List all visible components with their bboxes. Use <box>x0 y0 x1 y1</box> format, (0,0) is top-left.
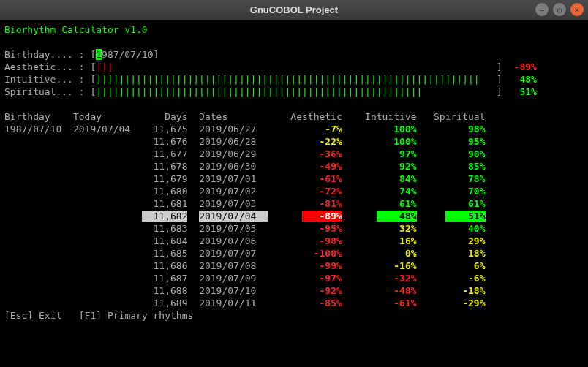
cell-days: 11,680 <box>142 186 188 197</box>
table-row: 11,678 2019/06/30 -49% 92% 85% <box>4 160 584 173</box>
table-row: 11,684 2019/07/06 -98% 16% 29% <box>4 235 584 247</box>
birthday-input-line[interactable]: Birthday.... : [1987/07/10] <box>4 48 584 61</box>
cell-spiritual: 70% <box>445 186 486 197</box>
cell-intuitive: 100% <box>377 124 417 135</box>
table-row: 11,686 2019/07/08 -99% -16% 6% <box>4 260 584 272</box>
table-row: 11,679 2019/07/01 -61% 84% 78% <box>4 173 584 185</box>
cell-aesthetic: -98% <box>302 235 342 246</box>
maximize-icon[interactable]: ○ <box>553 3 566 16</box>
cell-intuitive: 48% <box>377 211 417 222</box>
footer-hints: [Esc] Exit [F1] Primary rhythms <box>4 309 584 322</box>
cell-intuitive: -61% <box>377 298 417 309</box>
cell-date: 2019/06/30 <box>199 161 268 172</box>
cell-days: 11,688 <box>142 285 188 296</box>
cell-spiritual: 78% <box>445 173 486 184</box>
cell-days: 11,675 <box>142 124 188 135</box>
cell-intuitive: 97% <box>377 148 417 159</box>
cell-aesthetic: -85% <box>302 298 342 309</box>
app-title: Biorhythm Calculator v1.0 <box>4 23 584 36</box>
table-row: 11,688 2019/07/10 -92% -48% -18% <box>4 284 584 297</box>
cell-intuitive: -16% <box>377 260 417 271</box>
cell-intuitive: 61% <box>377 198 417 209</box>
cell-date: 2019/07/05 <box>199 223 268 234</box>
hint-f1[interactable]: [F1] Primary rhythms <box>79 310 194 321</box>
cell-intuitive: 32% <box>377 223 417 234</box>
terminal-area: Biorhythm Calculator v1.0 Birthday.... :… <box>0 20 588 367</box>
cell-intuitive: 84% <box>377 173 417 184</box>
cell-date: 2019/07/03 <box>199 198 268 209</box>
bar-fill: ||||||||||||||||||||||||||||||||||||||||… <box>96 74 479 85</box>
cell-intuitive: 100% <box>377 136 417 147</box>
table-row: 11,677 2019/06/29 -36% 97% 90% <box>4 148 584 160</box>
cell-intuitive: 92% <box>377 161 417 172</box>
cell-spiritual: -18% <box>445 285 486 296</box>
cell-date: 2019/07/07 <box>199 248 268 259</box>
cell-date: 2019/06/29 <box>199 148 268 159</box>
cell-spiritual: 98% <box>445 124 486 135</box>
cell-date: 2019/07/04 <box>199 211 268 222</box>
cell-days: 11,676 <box>142 136 188 147</box>
cell-intuitive: 16% <box>377 235 417 246</box>
table-row: 1987/07/10 2019/07/04 11,675 2019/06/27 … <box>4 123 584 135</box>
cell-date: 2019/07/06 <box>199 235 268 246</box>
table-header: Birthday Today Days Dates Aesthetic Intu… <box>4 110 584 123</box>
cell-days: 11,682 <box>142 211 188 222</box>
cell-date: 2019/06/28 <box>199 136 268 147</box>
cell-date: 2019/06/27 <box>199 124 268 135</box>
cell-days: 11,684 <box>142 235 188 246</box>
cell-days: 11,689 <box>142 298 188 309</box>
table-row: 11,687 2019/07/09 -97% -32% -6% <box>4 272 584 284</box>
table-row: 11,676 2019/06/28 -22% 100% 95% <box>4 135 584 148</box>
cell-days: 11,686 <box>142 260 188 271</box>
cell-spiritual: 6% <box>445 260 486 271</box>
birthday-label: Birthday.... : <box>4 49 90 60</box>
cell-spiritual: 61% <box>445 198 486 209</box>
hint-esc[interactable]: [Esc] Exit <box>4 310 61 321</box>
cell-spiritual: 90% <box>445 148 486 159</box>
cell-days: 11,685 <box>142 248 188 259</box>
cell-aesthetic: -81% <box>302 198 342 209</box>
bar-pct: 51% <box>502 86 537 97</box>
cell-intuitive: -48% <box>377 285 417 296</box>
cell-days: 11,677 <box>142 148 188 159</box>
window-controls: – ○ × <box>535 3 584 16</box>
cell-spiritual: 95% <box>445 136 486 147</box>
minimize-icon[interactable]: – <box>535 3 549 16</box>
cell-date: 2019/07/09 <box>199 273 268 284</box>
cell-intuitive: 74% <box>377 186 417 197</box>
cell-aesthetic: -99% <box>302 260 342 271</box>
cell-aesthetic: -92% <box>302 285 342 296</box>
cell-aesthetic: -97% <box>302 273 342 284</box>
cell-aesthetic: -49% <box>302 161 342 172</box>
cell-date: 2019/07/08 <box>199 260 268 271</box>
table-row: 11,683 2019/07/05 -95% 32% 40% <box>4 222 584 235</box>
cell-days: 11,687 <box>142 273 188 284</box>
birthday-value: 987/07/10 <box>102 49 153 60</box>
cell-spiritual: 51% <box>445 211 486 222</box>
cell-spiritual: 29% <box>445 235 486 246</box>
cell-spiritual: -6% <box>445 273 486 284</box>
bar-row-1: Intuitive... : [||||||||||||||||||||||||… <box>4 73 584 86</box>
table-row: 11,682 2019/07/04 -89% 48% 51% <box>4 210 584 222</box>
cell-aesthetic: -100% <box>302 248 342 259</box>
table-row: 11,685 2019/07/07 -100% 0% 18% <box>4 247 584 260</box>
cell-date: 2019/07/01 <box>199 173 268 184</box>
bar-row-2: Spiritual... : [||||||||||||||||||||||||… <box>4 86 584 98</box>
close-icon[interactable]: × <box>570 3 584 16</box>
cell-aesthetic: -36% <box>302 148 342 159</box>
cell-days: 11,683 <box>142 223 188 234</box>
cell-intuitive: 0% <box>377 248 417 259</box>
bar-fill: ||||||||||||||||||||||||||||||||||||||||… <box>96 86 422 97</box>
cell-spiritual: 85% <box>445 161 486 172</box>
cell-aesthetic: -89% <box>302 211 342 222</box>
cell-spiritual: 40% <box>445 223 486 234</box>
cell-date: 2019/07/11 <box>199 298 268 309</box>
bar-fill: ||| <box>96 61 113 72</box>
cell-days: 11,679 <box>142 173 188 184</box>
cell-days: 11,681 <box>142 198 188 209</box>
cell-date: 2019/07/02 <box>199 186 268 197</box>
bar-pct: 48% <box>502 74 537 85</box>
cell-date: 2019/07/10 <box>199 285 268 296</box>
cell-aesthetic: -72% <box>302 186 342 197</box>
bar-row-0: Aesthetic... : [||| ] -89% <box>4 61 584 73</box>
